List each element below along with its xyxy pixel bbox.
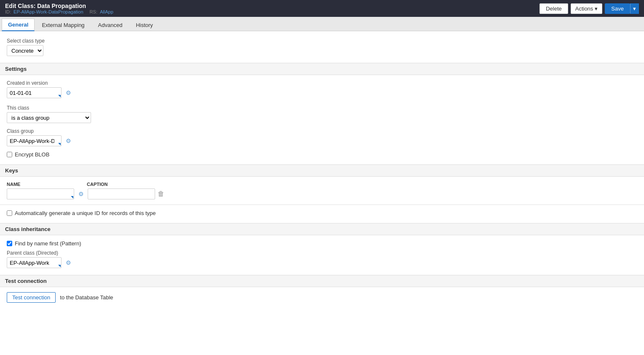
find-by-name-checkbox[interactable] <box>7 241 12 246</box>
test-conn-text: to the Database Table <box>60 294 113 301</box>
settings-section-header: Settings <box>0 63 644 75</box>
test-conn-row: Test connection to the Database Table <box>7 292 637 303</box>
created-version-row: ⚙ <box>7 87 637 98</box>
rs-value: AllApp <box>100 9 113 14</box>
class-type-label: Select class type <box>7 38 637 44</box>
save-group: Save ▾ <box>605 3 639 14</box>
keys-section-header: Keys <box>0 164 644 177</box>
keys-row: ⚙ 🗑 <box>7 188 637 199</box>
test-connection-section-header: Test connection <box>0 275 644 287</box>
header: Edit Class: Data Propagation ID: EP-AllA… <box>0 0 644 17</box>
class-inheritance-section-header: Class inheritance <box>0 223 644 235</box>
this-class-group: This class is a class group is not a cla… <box>7 105 637 123</box>
page-title: Edit Class: Data Propagation <box>5 3 113 9</box>
class-group-input-wrapper <box>7 135 62 146</box>
auto-id-label: Automatically generate a unique ID for r… <box>15 210 156 216</box>
created-version-label: Created in version <box>7 80 637 86</box>
class-type-group: Select class type Concrete Abstract Inte… <box>7 38 637 56</box>
id-value: EP-AllApp-Work-DataPropagation <box>13 9 83 14</box>
class-group-group: Class group ⚙ <box>7 128 637 146</box>
header-left: Edit Class: Data Propagation ID: EP-AllA… <box>5 3 113 14</box>
class-group-label: Class group <box>7 128 637 134</box>
blue-arrow-icon <box>58 95 61 97</box>
actions-label: Actions <box>575 5 593 12</box>
parent-class-group: Parent class (Directed) ⚙ <box>7 250 637 268</box>
encrypt-blob-checkbox[interactable] <box>7 152 12 157</box>
blue-arrow-parent-icon <box>58 265 61 267</box>
test-connection-button[interactable]: Test connection <box>7 292 56 303</box>
tab-external-mapping[interactable]: External Mapping <box>35 19 91 31</box>
caption-input[interactable] <box>88 188 155 199</box>
delete-row-icon[interactable]: 🗑 <box>158 190 164 198</box>
keys-divider <box>0 204 644 205</box>
find-by-name-row: Find by name first (Pattern) <box>7 240 637 247</box>
created-version-input-wrapper <box>7 87 62 98</box>
tab-advanced[interactable]: Advanced <box>92 19 129 31</box>
parent-class-settings-icon[interactable]: ⚙ <box>64 258 72 267</box>
name-input[interactable] <box>7 188 74 199</box>
header-meta: ID: EP-AllApp-Work-DataPropagation RS: A… <box>5 9 113 14</box>
blue-arrow-class-group-icon <box>58 143 61 145</box>
tab-general[interactable]: General <box>2 19 35 31</box>
actions-button[interactable]: Actions ▾ <box>571 3 603 14</box>
class-group-input[interactable] <box>7 135 62 146</box>
name-input-wrapper <box>7 188 74 199</box>
class-group-settings-icon[interactable]: ⚙ <box>64 137 72 145</box>
parent-class-row: ⚙ <box>7 257 637 268</box>
blue-arrow-name-icon <box>71 196 73 199</box>
parent-class-input[interactable] <box>7 257 62 268</box>
save-button[interactable]: Save <box>605 3 630 14</box>
delete-button[interactable]: Delete <box>539 3 568 14</box>
encrypt-blob-label: Encrypt BLOB <box>15 151 49 158</box>
encrypt-blob-row: Encrypt BLOB <box>7 151 637 158</box>
created-version-group: Created in version ⚙ <box>7 80 637 98</box>
main-content: Select class type Concrete Abstract Inte… <box>0 31 644 355</box>
auto-id-checkbox[interactable] <box>7 210 12 216</box>
parent-class-input-wrapper <box>7 257 62 268</box>
save-dropdown-button[interactable]: ▾ <box>630 3 639 14</box>
find-by-name-label: Find by name first (Pattern) <box>15 240 81 247</box>
this-class-label: This class <box>7 105 637 111</box>
settings-icon[interactable]: ⚙ <box>64 89 72 97</box>
parent-class-label: Parent class (Directed) <box>7 250 637 256</box>
keys-columns-header: NAME CAPTION <box>7 182 637 187</box>
name-column-header: NAME <box>7 182 87 187</box>
caption-column-header: CAPTION <box>87 182 108 187</box>
id-label: ID: <box>5 9 11 14</box>
header-right: Delete Actions ▾ Save ▾ <box>539 3 639 14</box>
chevron-down-icon: ▾ <box>595 5 598 12</box>
name-settings-icon[interactable]: ⚙ <box>77 190 85 198</box>
this-class-select[interactable]: is a class group is not a class group <box>7 112 91 123</box>
auto-id-row: Automatically generate a unique ID for r… <box>7 210 637 216</box>
tab-history[interactable]: History <box>129 19 159 31</box>
created-version-input[interactable] <box>7 87 62 98</box>
class-type-select[interactable]: Concrete Abstract Interface <box>7 45 43 56</box>
tabs-bar: General External Mapping Advanced Histor… <box>0 17 644 31</box>
class-group-row: ⚙ <box>7 135 637 146</box>
rs-label: RS: <box>90 9 97 14</box>
